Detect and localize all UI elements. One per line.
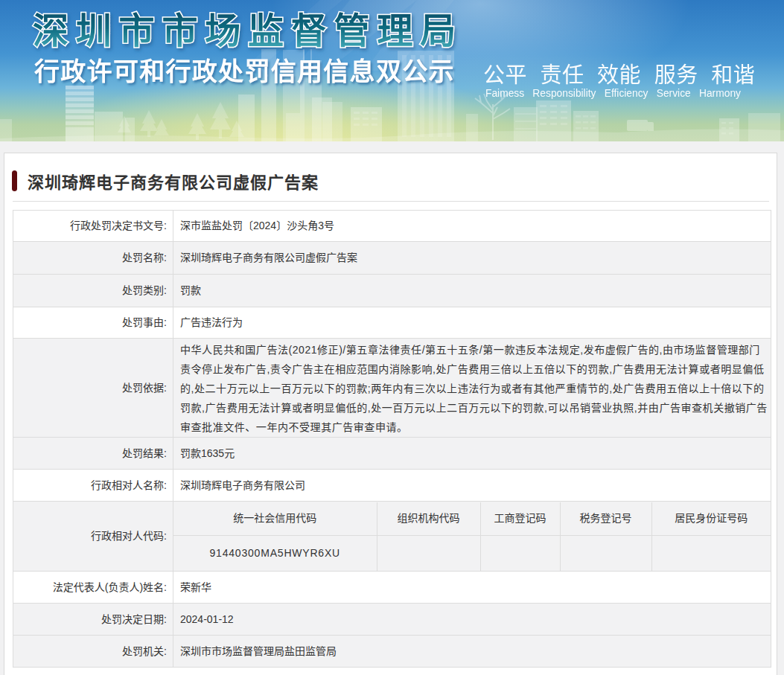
- svg-text:公平 责任 效能 服务 和谐: 公平 责任 效能 服务 和谐: [483, 63, 755, 87]
- svg-text:Faimess Responsibility Efficie: Faimess Responsibility Efficiency Servic…: [485, 88, 741, 99]
- svg-text:深圳市市场监督管理局: 深圳市市场监督管理局: [33, 11, 463, 51]
- svg-text:行政许可和行政处罚信用信息双公示: 行政许可和行政处罚信用信息双公示: [34, 57, 455, 86]
